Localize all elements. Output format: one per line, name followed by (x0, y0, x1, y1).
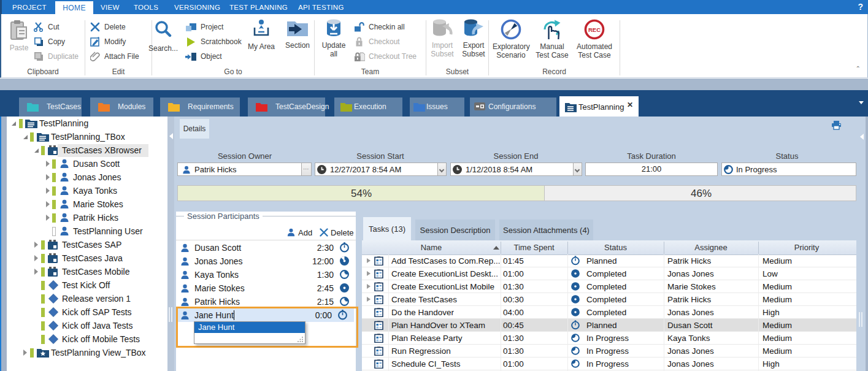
svg-text:REC: REC (588, 26, 601, 33)
